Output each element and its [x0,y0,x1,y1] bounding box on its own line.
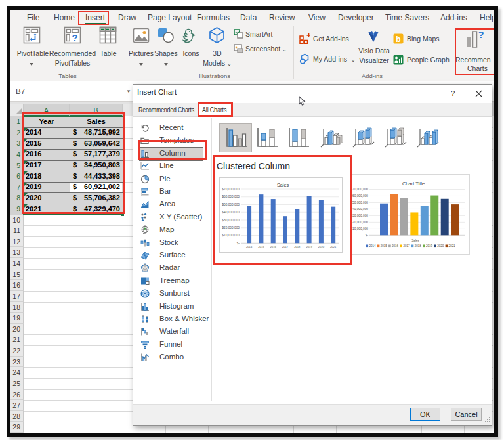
svg-text:?: ? [72,32,77,43]
svg-text:$30,000,000: $30,000,000 [351,214,368,217]
svg-text:Chart Title: Chart Title [402,181,425,187]
svg-text:$60,000,000: $60,000,000 [351,194,368,198]
svg-text:$-: $- [366,234,369,237]
svg-text:Sales: Sales [411,239,419,242]
svg-text:$40,000,000: $40,000,000 [351,208,368,211]
svg-text:2018: 2018 [415,244,422,248]
svg-text:b: b [396,35,400,44]
svg-text:2020: 2020 [437,244,444,248]
svg-text:2019: 2019 [426,244,433,248]
svg-text:2017: 2017 [403,244,410,248]
svg-text:$50,000,000: $50,000,000 [351,201,368,204]
svg-text:$20,000,000: $20,000,000 [351,221,368,224]
svg-text:2021: 2021 [449,244,456,248]
svg-text:$70,000,000: $70,000,000 [351,188,368,191]
svg-text:2015: 2015 [381,244,388,248]
svg-text:2016: 2016 [392,244,399,248]
svg-text:2014: 2014 [369,244,377,248]
svg-text:$10,000,000: $10,000,000 [351,227,368,231]
